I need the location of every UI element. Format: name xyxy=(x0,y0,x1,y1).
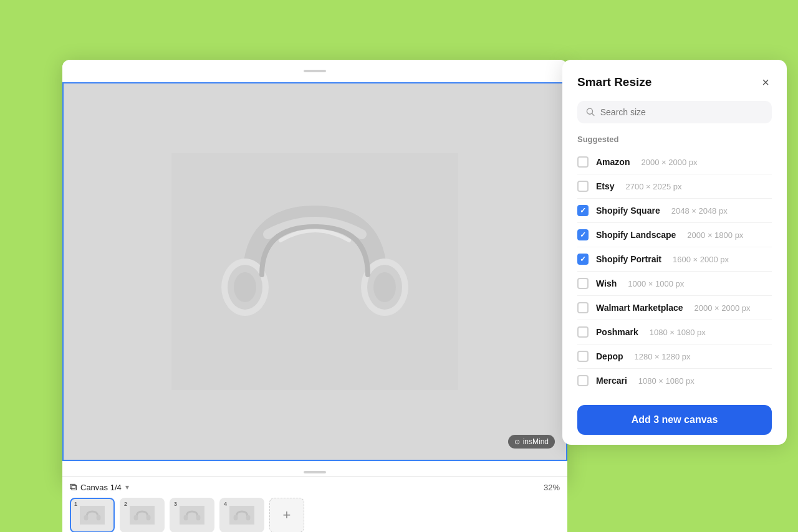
watermark-text: insMind xyxy=(523,437,549,446)
size-item-shopify-portrait[interactable]: ✓Shopify Portrait1600 × 2000 px xyxy=(577,247,772,272)
canvas-top-bar xyxy=(62,60,567,82)
size-item-shopify-square[interactable]: ✓Shopify Square2048 × 2048 px xyxy=(577,199,772,223)
watermark-badge: ⊙ insMind xyxy=(508,435,555,449)
add-canvas-button[interactable]: Add 3 new canvas xyxy=(577,405,772,435)
checkbox-mercari[interactable] xyxy=(577,375,589,386)
size-item-poshmark[interactable]: Poshmark1080 × 1080 px xyxy=(577,320,772,344)
headphone-background: ⊙ insMind xyxy=(64,83,566,460)
size-dims-shopify-square: 2048 × 2048 px xyxy=(671,206,728,216)
thumbnail-number-4: 4 xyxy=(224,501,227,507)
size-item-shopify-landscape[interactable]: ✓Shopify Landscape2000 × 1800 px xyxy=(577,223,772,247)
size-dims-wish: 1000 × 1000 px xyxy=(628,279,684,288)
svg-point-18 xyxy=(246,515,251,521)
bottom-handle xyxy=(304,471,326,473)
toolbar-top-row: ⧉ Canvas 1/4 ▾ 32% xyxy=(70,482,560,493)
canvas-selector-label: Canvas 1/4 xyxy=(80,483,122,492)
size-dims-etsy: 2700 × 2025 px xyxy=(626,182,682,191)
canvas-area[interactable]: ⊙ insMind xyxy=(62,82,567,461)
thumbnail-headphone-icon xyxy=(130,506,155,525)
layers-icon: ⧉ xyxy=(70,482,77,493)
checkmark: ✓ xyxy=(580,231,586,239)
svg-point-17 xyxy=(234,515,238,521)
panel-header: Smart Resize × xyxy=(577,75,772,90)
size-item-depop[interactable]: Depop1280 × 1280 px xyxy=(577,344,772,369)
size-item-mercari[interactable]: Mercari1080 × 1080 px xyxy=(577,369,772,392)
checkbox-amazon[interactable] xyxy=(577,156,589,168)
thumbnail-4[interactable]: 4 xyxy=(219,498,264,532)
size-item-etsy[interactable]: Etsy2700 × 2025 px xyxy=(577,174,772,199)
bottom-toolbar: ⧉ Canvas 1/4 ▾ 32% 1 2 3 xyxy=(62,476,567,532)
size-name-walmart: Walmart Marketplace xyxy=(596,303,683,313)
checkbox-etsy[interactable] xyxy=(577,181,589,192)
thumbnail-headphone-icon xyxy=(229,506,254,525)
thumbnail-number-1: 1 xyxy=(74,501,77,507)
thumbnail-1[interactable]: 1 xyxy=(70,498,115,532)
svg-point-6 xyxy=(373,272,396,302)
svg-point-14 xyxy=(184,515,188,521)
thumbnail-headphone-icon xyxy=(180,506,204,525)
checkbox-walmart[interactable] xyxy=(577,302,589,313)
size-dims-walmart: 2000 × 2000 px xyxy=(695,303,751,313)
svg-rect-10 xyxy=(130,506,155,525)
suggested-label: Suggested xyxy=(577,135,772,144)
size-name-shopify-square: Shopify Square xyxy=(596,206,660,216)
svg-rect-13 xyxy=(180,506,204,525)
size-dims-poshmark: 1080 × 1080 px xyxy=(650,328,706,337)
svg-point-12 xyxy=(147,515,151,521)
svg-line-20 xyxy=(592,113,594,115)
size-item-amazon[interactable]: Amazon2000 × 2000 px xyxy=(577,150,772,174)
zoom-value: 32% xyxy=(544,483,560,492)
checkbox-poshmark[interactable] xyxy=(577,326,589,338)
size-name-depop: Depop xyxy=(596,351,623,361)
thumbnail-headphone-icon xyxy=(80,506,105,525)
checkmark: ✓ xyxy=(580,207,586,214)
main-canvas-window: ⊙ insMind xyxy=(62,60,567,483)
search-icon xyxy=(586,107,595,117)
size-item-wish[interactable]: Wish1000 × 1000 px xyxy=(577,272,772,296)
size-name-wish: Wish xyxy=(596,278,617,288)
checkbox-shopify-landscape[interactable]: ✓ xyxy=(577,229,589,240)
size-dims-depop: 1280 × 1280 px xyxy=(635,352,691,361)
svg-rect-0 xyxy=(171,153,458,390)
svg-point-8 xyxy=(84,515,89,521)
search-box[interactable] xyxy=(577,101,772,123)
size-dims-shopify-portrait: 1600 × 2000 px xyxy=(673,255,729,264)
size-dims-amazon: 2000 × 2000 px xyxy=(641,158,697,167)
checkbox-shopify-portrait[interactable]: ✓ xyxy=(577,254,589,265)
checkmark: ✓ xyxy=(580,255,586,263)
search-input[interactable] xyxy=(600,107,763,117)
thumbnail-2[interactable]: 2 xyxy=(120,498,165,532)
size-dims-shopify-landscape: 2000 × 1800 px xyxy=(687,230,743,240)
thumbnail-number-2: 2 xyxy=(124,501,127,507)
size-name-shopify-portrait: Shopify Portrait xyxy=(596,254,661,264)
zoom-indicator: 32% xyxy=(544,483,560,492)
headphone-svg xyxy=(171,153,458,390)
svg-point-9 xyxy=(97,515,101,521)
size-list: Amazon2000 × 2000 pxEtsy2700 × 2025 px✓S… xyxy=(577,150,772,392)
panel-title: Smart Resize xyxy=(577,75,651,89)
size-name-shopify-landscape: Shopify Landscape xyxy=(596,230,676,240)
close-button[interactable]: × xyxy=(759,75,772,90)
checkbox-depop[interactable] xyxy=(577,351,589,362)
size-item-walmart[interactable]: Walmart Marketplace2000 × 2000 px xyxy=(577,296,772,320)
size-dims-mercari: 1080 × 1080 px xyxy=(638,376,695,386)
canvas-selector[interactable]: ⧉ Canvas 1/4 ▾ xyxy=(70,482,129,493)
thumbnail-3[interactable]: 3 xyxy=(170,498,214,532)
thumbnails-row: 1 2 3 4 xyxy=(70,498,304,532)
size-name-poshmark: Poshmark xyxy=(596,327,638,337)
chevron-down-icon: ▾ xyxy=(125,483,129,492)
svg-point-11 xyxy=(134,515,138,521)
thumbnail-number-3: 3 xyxy=(174,501,177,507)
smart-resize-panel: Smart Resize × Suggested Amazon2000 × 20… xyxy=(562,60,787,445)
size-name-etsy: Etsy xyxy=(596,181,615,191)
top-handle xyxy=(304,70,326,72)
svg-rect-7 xyxy=(80,506,105,525)
svg-point-15 xyxy=(196,515,201,521)
svg-rect-16 xyxy=(229,506,254,525)
size-name-amazon: Amazon xyxy=(596,157,630,167)
add-canvas-plus-button[interactable]: + xyxy=(269,498,304,532)
size-name-mercari: Mercari xyxy=(596,376,627,386)
checkbox-shopify-square[interactable]: ✓ xyxy=(577,205,589,216)
checkbox-wish[interactable] xyxy=(577,278,589,289)
svg-point-3 xyxy=(234,272,256,302)
